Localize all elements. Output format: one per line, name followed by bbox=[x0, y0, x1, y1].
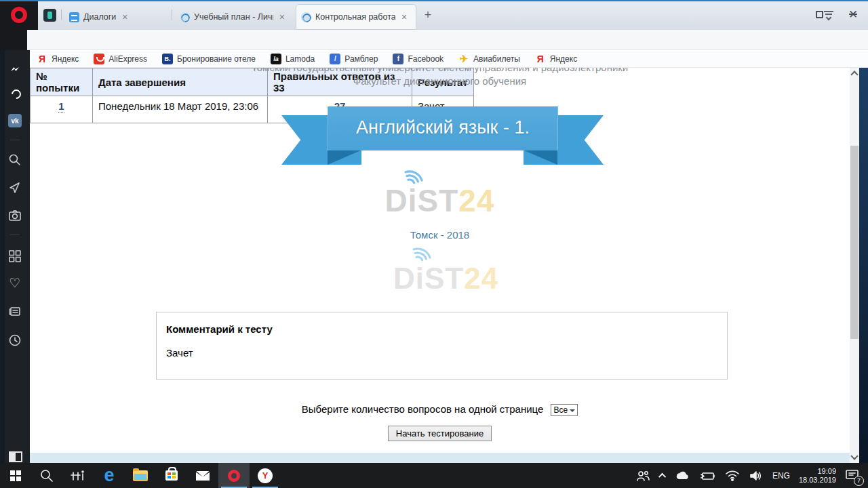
tab-title: Учебный план - Личный bbox=[194, 12, 273, 22]
facebook-icon: f bbox=[393, 54, 403, 64]
language-indicator[interactable]: ENG bbox=[772, 471, 790, 481]
action-center-icon[interactable]: 7 bbox=[845, 468, 861, 483]
page-content: Томский государственный университет сист… bbox=[30, 68, 850, 463]
sidebar-top-spacer bbox=[0, 30, 27, 50]
start-test-button[interactable]: Начать тестирование bbox=[388, 426, 492, 441]
onedrive-cloud-icon[interactable] bbox=[675, 470, 691, 481]
course-title: Английский язык - 1. bbox=[328, 106, 558, 150]
windows-logo-icon bbox=[10, 470, 21, 481]
bookmarks-heart-icon[interactable]: ♡ bbox=[8, 277, 22, 290]
opera-logo-icon bbox=[11, 7, 27, 23]
yandex-icon: Я bbox=[535, 54, 546, 64]
tab-dialogs[interactable]: Диалоги × bbox=[64, 4, 170, 30]
personal-news-icon[interactable] bbox=[8, 305, 22, 319]
start-button[interactable] bbox=[0, 463, 31, 488]
sidebar-divider bbox=[10, 140, 20, 140]
airplane-icon: ✈ bbox=[458, 54, 469, 64]
taskbar: e Y ENG 19:09 18.03.2019 7 bbox=[0, 463, 868, 488]
hidden-icons-chevron[interactable] bbox=[658, 472, 666, 480]
attempt-link[interactable]: 1 bbox=[58, 100, 64, 113]
start-row: Начать тестирование bbox=[30, 426, 850, 441]
tusur-favicon-icon bbox=[301, 12, 311, 22]
store-icon[interactable] bbox=[156, 463, 187, 488]
questions-label: Выберите количество вопросов на одной ст… bbox=[302, 403, 544, 415]
tab-close-icon[interactable]: × bbox=[120, 11, 130, 23]
snapshot-camera-icon[interactable] bbox=[8, 209, 22, 222]
taskbar-search-button[interactable] bbox=[31, 463, 62, 488]
search-icon[interactable] bbox=[8, 153, 22, 167]
lamoda-icon: la bbox=[271, 54, 281, 64]
wifi-icon[interactable] bbox=[725, 470, 740, 481]
scrollbar-thumb[interactable] bbox=[850, 146, 859, 339]
history-clock-icon[interactable] bbox=[8, 333, 22, 347]
tab-bar: Диалоги × Учебный план - Личный × Контро… bbox=[0, 0, 868, 30]
comment-body: Зачет bbox=[166, 347, 717, 359]
new-tab-button[interactable]: + bbox=[420, 8, 435, 23]
mail-icon[interactable] bbox=[187, 463, 218, 488]
vk-icon[interactable]: vk bbox=[8, 114, 22, 127]
comment-box: Комментарий к тесту Зачет bbox=[156, 312, 728, 380]
battery-charging-icon[interactable] bbox=[700, 470, 716, 481]
opera-sidebar: vk ♡ bbox=[0, 50, 30, 463]
tab-close-icon[interactable]: × bbox=[277, 11, 287, 23]
maximize-button[interactable] bbox=[810, 5, 829, 23]
bookmark-aliexpress[interactable]: AliExpress bbox=[94, 54, 147, 64]
taskbar-clock[interactable]: 19:09 18.03.2019 bbox=[799, 467, 836, 485]
bookmark-facebook[interactable]: fFacebook bbox=[393, 54, 443, 64]
close-button[interactable]: ✕ bbox=[844, 5, 863, 23]
file-explorer-icon[interactable] bbox=[125, 463, 156, 488]
volume-icon[interactable] bbox=[749, 470, 764, 482]
task-view-button[interactable] bbox=[62, 463, 94, 488]
bookmarks-bar: ЯЯндекс AliExpress В.Бронирование отеле … bbox=[27, 50, 868, 68]
opera-taskbar-icon[interactable] bbox=[218, 463, 250, 488]
edge-icon[interactable]: e bbox=[94, 463, 125, 488]
ribbon-banner: Английский язык - 1. bbox=[281, 106, 604, 165]
messenger-icon[interactable] bbox=[8, 62, 22, 76]
page-footer-strip bbox=[30, 453, 850, 463]
questions-per-page-row: Выберите количество вопросов на одной ст… bbox=[30, 403, 850, 416]
bookmark-booking[interactable]: В.Бронирование отеле bbox=[162, 54, 256, 64]
yandex-icon: Я bbox=[37, 54, 47, 64]
notification-badge: 7 bbox=[854, 476, 864, 486]
attempt-date: Понедельник 18 Март 2019, 23:06 bbox=[93, 96, 268, 123]
system-tray: ENG 19:09 18.03.2019 7 bbox=[635, 463, 868, 488]
yandex-browser-icon[interactable]: Y bbox=[250, 463, 281, 488]
sidebar-settings-icon[interactable] bbox=[9, 451, 22, 462]
tab-close-icon[interactable]: × bbox=[399, 11, 409, 23]
tab-title: Диалоги bbox=[83, 12, 116, 22]
people-icon[interactable] bbox=[635, 469, 652, 483]
booking-icon: В. bbox=[162, 54, 173, 64]
city-year: Томск - 2018 bbox=[30, 229, 850, 241]
pinned-tab-icon bbox=[47, 12, 52, 19]
rambler-icon: / bbox=[330, 54, 340, 64]
tab-divider bbox=[61, 9, 62, 20]
dist24-watermark: DiST24 bbox=[393, 262, 498, 296]
scroll-down-icon[interactable] bbox=[850, 452, 858, 460]
opera-menu-button[interactable] bbox=[0, 0, 38, 30]
pinned-tab[interactable] bbox=[43, 9, 56, 22]
bookmark-rambler[interactable]: /Рамблер bbox=[330, 54, 378, 64]
tab-grid-icon[interactable] bbox=[8, 249, 22, 263]
faculty-title: Факультет дистанционного обучения bbox=[30, 75, 850, 87]
scrollbar[interactable] bbox=[850, 68, 859, 463]
aliexpress-icon bbox=[94, 54, 104, 64]
whatsapp-icon[interactable] bbox=[8, 86, 22, 100]
address-bar: ‹ › ⟳ study.tusur.ru/testing/mod/quiz/vi… bbox=[0, 30, 868, 50]
university-title: Томский государственный университет сист… bbox=[30, 68, 850, 73]
tusur-favicon-icon bbox=[180, 12, 190, 22]
my-flow-icon[interactable] bbox=[8, 181, 22, 195]
tab-quiz-active[interactable]: Контрольная работа по д × bbox=[296, 4, 416, 30]
tray-time: 19:09 bbox=[817, 467, 836, 475]
questions-select[interactable]: Все bbox=[551, 404, 578, 416]
dist24-logo: DiST24 bbox=[30, 184, 850, 217]
comment-title: Комментарий к тесту bbox=[166, 323, 717, 335]
tab-study-plan[interactable]: Учебный план - Личный × bbox=[174, 4, 292, 30]
bookmark-lamoda[interactable]: laLamoda bbox=[271, 54, 315, 64]
bookmark-yandex[interactable]: ЯЯндекс bbox=[37, 54, 79, 64]
bookmark-avia[interactable]: ✈Авиабилеты bbox=[458, 54, 520, 64]
bookmark-yandex-2[interactable]: ЯЯндекс bbox=[535, 54, 577, 64]
scroll-up-icon[interactable] bbox=[850, 70, 858, 78]
tray-date: 18.03.2019 bbox=[799, 476, 836, 484]
desktop-edge bbox=[859, 68, 868, 463]
tab-divider bbox=[172, 9, 172, 20]
